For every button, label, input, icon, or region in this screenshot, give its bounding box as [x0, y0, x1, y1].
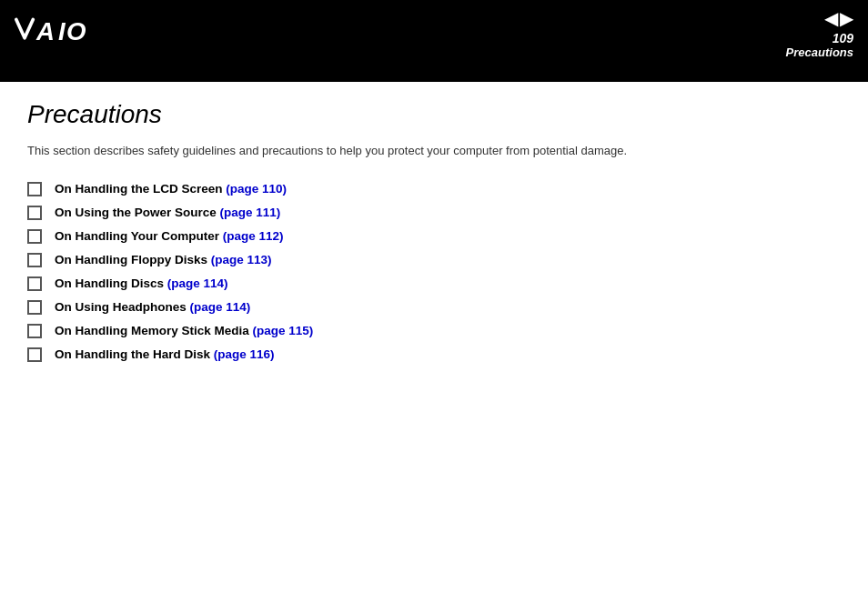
checkbox-icon [27, 182, 42, 196]
svg-text:O: O [66, 17, 86, 45]
page-description: This section describes safety guidelines… [27, 142, 841, 160]
toc-list: On Handling the LCD Screen (page 110)On … [27, 182, 841, 362]
main-content: Precautions This section describes safet… [0, 82, 868, 389]
list-item: On Handling Memory Stick Media (page 115… [27, 324, 841, 338]
checkbox-icon [27, 276, 42, 291]
toc-item-label: On Using the Power Source (page 111) [55, 206, 280, 219]
list-item: On Using the Power Source (page 111) [27, 206, 841, 220]
vaio-logo: A I O [15, 15, 106, 46]
toc-item-label: On Using Headphones (page 114) [55, 300, 250, 314]
toc-item-link[interactable]: (page 112) [223, 229, 284, 243]
list-item: On Using Headphones (page 114) [27, 300, 841, 315]
header: A I O ◀ ▶ 109 Precautions [0, 0, 868, 82]
toc-item-label: On Handling Floppy Disks (page 113) [55, 253, 272, 266]
toc-item-label: On Handling the LCD Screen (page 110) [55, 182, 287, 196]
checkbox-icon [27, 229, 42, 244]
next-arrow-icon[interactable]: ▶ [840, 9, 853, 27]
nav-arrows[interactable]: ◀ ▶ [824, 9, 853, 27]
toc-item-link[interactable]: (page 114) [167, 276, 228, 290]
toc-item-link[interactable]: (page 113) [211, 253, 272, 266]
logo-area: A I O [15, 9, 106, 46]
toc-item-link[interactable]: (page 115) [253, 324, 314, 337]
checkbox-icon [27, 324, 42, 338]
toc-item-link[interactable]: (page 111) [220, 206, 281, 219]
toc-item-label: On Handling Your Computer (page 112) [55, 229, 284, 243]
list-item: On Handling Floppy Disks (page 113) [27, 253, 841, 267]
list-item: On Handling the LCD Screen (page 110) [27, 182, 841, 196]
checkbox-icon [27, 253, 42, 267]
toc-item-label: On Handling the Hard Disk (page 116) [55, 347, 275, 361]
svg-text:I: I [58, 17, 66, 45]
toc-item-link[interactable]: (page 110) [226, 182, 287, 196]
checkbox-icon [27, 300, 42, 315]
toc-item-label: On Handling Discs (page 114) [55, 276, 228, 290]
checkbox-icon [27, 347, 42, 362]
list-item: On Handling Discs (page 114) [27, 276, 841, 291]
header-right: ◀ ▶ 109 Precautions [786, 9, 853, 59]
toc-item-link[interactable]: (page 114) [190, 300, 251, 314]
toc-item-label: On Handling Memory Stick Media (page 115… [55, 324, 313, 337]
toc-item-link[interactable]: (page 116) [214, 347, 275, 361]
svg-text:A: A [35, 17, 55, 45]
page-number: 109 [833, 31, 853, 45]
checkbox-icon [27, 206, 42, 220]
list-item: On Handling Your Computer (page 112) [27, 229, 841, 244]
prev-arrow-icon[interactable]: ◀ [824, 9, 838, 27]
list-item: On Handling the Hard Disk (page 116) [27, 347, 841, 362]
header-page-label: Precautions [786, 45, 853, 59]
page-title: Precautions [27, 100, 841, 129]
